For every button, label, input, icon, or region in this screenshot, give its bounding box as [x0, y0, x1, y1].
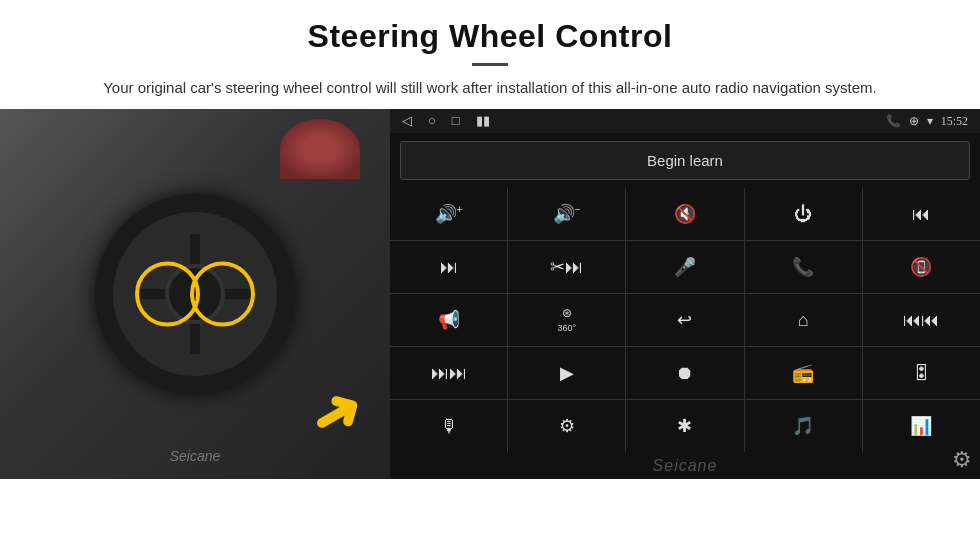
end-call-button[interactable]: 📵 — [863, 241, 980, 293]
vol-up-button[interactable]: 🔊+ — [390, 188, 507, 240]
power-icon: ⏻ — [794, 204, 812, 225]
back-nav-icon[interactable]: ◁ — [402, 113, 412, 129]
source-icon: ⏺ — [676, 363, 694, 384]
next-icon: ⏭ — [440, 257, 458, 278]
end-call-icon: 📵 — [910, 256, 932, 278]
bluetooth-icon: ✱ — [677, 415, 692, 437]
rewind-button[interactable]: ⏮⏮ — [863, 294, 980, 346]
source-button[interactable]: ⏺ — [626, 347, 743, 399]
voice-button[interactable]: 🎙 — [390, 400, 507, 452]
content-area: ➜ Seicane ◁ ○ □ ▮▮ 📞 ⊕ ▾ 15:52 — [0, 109, 980, 479]
android-topbar: ◁ ○ □ ▮▮ 📞 ⊕ ▾ 15:52 — [390, 109, 980, 133]
title-divider — [472, 63, 508, 66]
home-icon: ⌂ — [798, 310, 809, 331]
android-panel: ◁ ○ □ ▮▮ 📞 ⊕ ▾ 15:52 Begin learn — [390, 109, 980, 479]
skip-forward-button[interactable]: ⏭⏭ — [390, 347, 507, 399]
vol-down-button[interactable]: 🔊− — [508, 188, 625, 240]
page-title: Steering Wheel Control — [60, 18, 920, 55]
mic-button[interactable]: 🎤 — [626, 241, 743, 293]
music-icon: 🎵 — [792, 415, 814, 437]
360-button[interactable]: ⊛360° — [508, 294, 625, 346]
bluetooth-button[interactable]: ✱ — [626, 400, 743, 452]
header-section: Steering Wheel Control Your original car… — [0, 0, 980, 109]
prev-track-icon: ⏮ — [912, 204, 930, 225]
mic-icon: 🎤 — [674, 256, 696, 278]
rewind-icon: ⏮⏮ — [903, 310, 939, 331]
home-nav-icon[interactable]: ○ — [428, 113, 436, 129]
call-icon: 📞 — [792, 256, 814, 278]
photo-watermark: Seicane — [170, 448, 221, 464]
settings-gear-icon[interactable]: ⚙ — [952, 447, 972, 473]
skip-forward-icon: ⏭⏭ — [431, 363, 467, 384]
yellow-arrow: ➜ — [296, 371, 375, 457]
prev-track-button[interactable]: ⏮ — [863, 188, 980, 240]
steering-wheel — [95, 194, 295, 394]
fast-forward-button[interactable]: ✂⏭ — [508, 241, 625, 293]
topbar-nav-icons: ◁ ○ □ ▮▮ — [402, 113, 490, 129]
settings-button[interactable]: ⚙ — [508, 400, 625, 452]
call-button[interactable]: 📞 — [745, 241, 862, 293]
vol-up-icon: 🔊+ — [435, 203, 463, 225]
controls-grid: 🔊+ 🔊− 🔇 ⏻ ⏮ ⏭ ✂⏭ — [390, 188, 980, 452]
clock: 15:52 — [941, 114, 968, 129]
voice-icon: 🎙 — [440, 416, 458, 437]
topbar-status-icons: 📞 ⊕ ▾ 15:52 — [886, 114, 968, 129]
recents-nav-icon[interactable]: □ — [452, 113, 460, 129]
eq-icon: 🎛 — [912, 363, 930, 384]
next-button[interactable]: ⏭ — [390, 241, 507, 293]
page: Steering Wheel Control Your original car… — [0, 0, 980, 548]
seicane-brand: Seicane — [653, 457, 718, 475]
speaker-icon: 📢 — [438, 309, 460, 331]
volume-bar-button[interactable]: 📊 — [863, 400, 980, 452]
volume-bar-icon: 📊 — [910, 415, 932, 437]
speaker-button[interactable]: 📢 — [390, 294, 507, 346]
nav-icon: ▶ — [560, 362, 574, 384]
radio-button[interactable]: 📻 — [745, 347, 862, 399]
dashboard-gauge — [280, 119, 360, 179]
back-button[interactable]: ↩ — [626, 294, 743, 346]
right-control-highlight — [190, 262, 255, 327]
location-status-icon: ⊕ — [909, 114, 919, 129]
mute-icon: 🔇 — [674, 203, 696, 225]
steering-wheel-photo: ➜ Seicane — [0, 109, 390, 479]
fast-forward-icon: ✂⏭ — [550, 256, 583, 278]
eq-button[interactable]: 🎛 — [863, 347, 980, 399]
header-description: Your original car's steering wheel contr… — [100, 76, 880, 99]
nav-button[interactable]: ▶ — [508, 347, 625, 399]
home-button[interactable]: ⌂ — [745, 294, 862, 346]
music-button[interactable]: 🎵 — [745, 400, 862, 452]
begin-learn-button[interactable]: Begin learn — [400, 141, 970, 180]
settings-icon: ⚙ — [559, 415, 575, 437]
back-icon: ↩ — [677, 309, 692, 331]
360-icon: ⊛360° — [557, 306, 576, 334]
wifi-status-icon: ▾ — [927, 114, 933, 129]
signal-icon: ▮▮ — [476, 113, 490, 129]
begin-learn-section: Begin learn — [390, 133, 980, 188]
radio-icon: 📻 — [792, 362, 814, 384]
android-bottom-bar: Seicane ⚙ — [390, 452, 980, 479]
photo-background: ➜ Seicane — [0, 109, 390, 479]
power-button[interactable]: ⏻ — [745, 188, 862, 240]
phone-status-icon: 📞 — [886, 114, 901, 129]
mute-button[interactable]: 🔇 — [626, 188, 743, 240]
vol-down-icon: 🔊− — [553, 203, 581, 225]
